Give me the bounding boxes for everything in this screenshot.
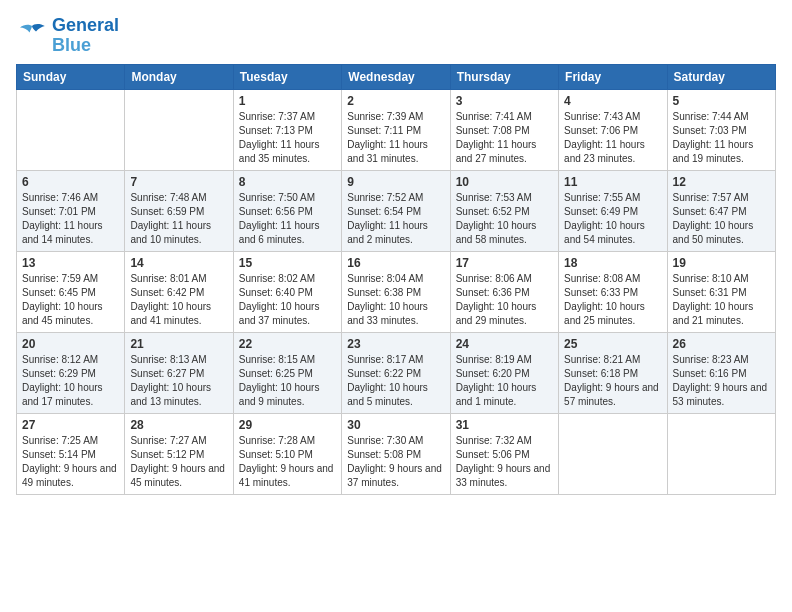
day-info: Sunrise: 8:12 AMSunset: 6:29 PMDaylight:… (22, 353, 119, 409)
day-info: Sunrise: 7:37 AMSunset: 7:13 PMDaylight:… (239, 110, 336, 166)
calendar-cell: 30Sunrise: 7:30 AMSunset: 5:08 PMDayligh… (342, 413, 450, 494)
calendar-cell: 18Sunrise: 8:08 AMSunset: 6:33 PMDayligh… (559, 251, 667, 332)
logo-text: General Blue (52, 16, 119, 56)
day-number: 11 (564, 175, 661, 189)
day-number: 30 (347, 418, 444, 432)
day-number: 13 (22, 256, 119, 270)
day-info: Sunrise: 8:10 AMSunset: 6:31 PMDaylight:… (673, 272, 770, 328)
day-info: Sunrise: 8:08 AMSunset: 6:33 PMDaylight:… (564, 272, 661, 328)
weekday-header-tuesday: Tuesday (233, 64, 341, 89)
day-info: Sunrise: 8:17 AMSunset: 6:22 PMDaylight:… (347, 353, 444, 409)
calendar-cell: 23Sunrise: 8:17 AMSunset: 6:22 PMDayligh… (342, 332, 450, 413)
calendar-cell: 13Sunrise: 7:59 AMSunset: 6:45 PMDayligh… (17, 251, 125, 332)
calendar-cell: 28Sunrise: 7:27 AMSunset: 5:12 PMDayligh… (125, 413, 233, 494)
page-header: General Blue (16, 16, 776, 56)
weekday-header-monday: Monday (125, 64, 233, 89)
day-number: 9 (347, 175, 444, 189)
calendar-cell: 25Sunrise: 8:21 AMSunset: 6:18 PMDayligh… (559, 332, 667, 413)
day-number: 31 (456, 418, 553, 432)
day-info: Sunrise: 8:04 AMSunset: 6:38 PMDaylight:… (347, 272, 444, 328)
day-info: Sunrise: 7:43 AMSunset: 7:06 PMDaylight:… (564, 110, 661, 166)
calendar-cell: 8Sunrise: 7:50 AMSunset: 6:56 PMDaylight… (233, 170, 341, 251)
weekday-header-thursday: Thursday (450, 64, 558, 89)
calendar-cell (125, 89, 233, 170)
calendar-cell: 4Sunrise: 7:43 AMSunset: 7:06 PMDaylight… (559, 89, 667, 170)
week-row-3: 13Sunrise: 7:59 AMSunset: 6:45 PMDayligh… (17, 251, 776, 332)
day-info: Sunrise: 7:27 AMSunset: 5:12 PMDaylight:… (130, 434, 227, 490)
day-info: Sunrise: 7:59 AMSunset: 6:45 PMDaylight:… (22, 272, 119, 328)
day-number: 15 (239, 256, 336, 270)
day-info: Sunrise: 7:32 AMSunset: 5:06 PMDaylight:… (456, 434, 553, 490)
calendar-cell: 20Sunrise: 8:12 AMSunset: 6:29 PMDayligh… (17, 332, 125, 413)
weekday-header-row: SundayMondayTuesdayWednesdayThursdayFrid… (17, 64, 776, 89)
day-number: 17 (456, 256, 553, 270)
weekday-header-friday: Friday (559, 64, 667, 89)
calendar-cell: 26Sunrise: 8:23 AMSunset: 6:16 PMDayligh… (667, 332, 775, 413)
day-number: 23 (347, 337, 444, 351)
week-row-5: 27Sunrise: 7:25 AMSunset: 5:14 PMDayligh… (17, 413, 776, 494)
day-info: Sunrise: 7:48 AMSunset: 6:59 PMDaylight:… (130, 191, 227, 247)
day-info: Sunrise: 8:01 AMSunset: 6:42 PMDaylight:… (130, 272, 227, 328)
weekday-header-sunday: Sunday (17, 64, 125, 89)
calendar-cell: 10Sunrise: 7:53 AMSunset: 6:52 PMDayligh… (450, 170, 558, 251)
day-number: 7 (130, 175, 227, 189)
calendar-cell: 21Sunrise: 8:13 AMSunset: 6:27 PMDayligh… (125, 332, 233, 413)
day-number: 14 (130, 256, 227, 270)
weekday-header-wednesday: Wednesday (342, 64, 450, 89)
week-row-1: 1Sunrise: 7:37 AMSunset: 7:13 PMDaylight… (17, 89, 776, 170)
day-info: Sunrise: 7:39 AMSunset: 7:11 PMDaylight:… (347, 110, 444, 166)
logo: General Blue (16, 16, 119, 56)
day-info: Sunrise: 8:02 AMSunset: 6:40 PMDaylight:… (239, 272, 336, 328)
calendar-cell: 14Sunrise: 8:01 AMSunset: 6:42 PMDayligh… (125, 251, 233, 332)
day-number: 20 (22, 337, 119, 351)
calendar-cell: 11Sunrise: 7:55 AMSunset: 6:49 PMDayligh… (559, 170, 667, 251)
calendar-cell: 16Sunrise: 8:04 AMSunset: 6:38 PMDayligh… (342, 251, 450, 332)
day-number: 12 (673, 175, 770, 189)
day-number: 8 (239, 175, 336, 189)
calendar-table: SundayMondayTuesdayWednesdayThursdayFrid… (16, 64, 776, 495)
day-info: Sunrise: 7:44 AMSunset: 7:03 PMDaylight:… (673, 110, 770, 166)
day-number: 25 (564, 337, 661, 351)
day-number: 29 (239, 418, 336, 432)
day-number: 24 (456, 337, 553, 351)
day-number: 6 (22, 175, 119, 189)
day-number: 4 (564, 94, 661, 108)
week-row-4: 20Sunrise: 8:12 AMSunset: 6:29 PMDayligh… (17, 332, 776, 413)
day-number: 26 (673, 337, 770, 351)
day-info: Sunrise: 7:57 AMSunset: 6:47 PMDaylight:… (673, 191, 770, 247)
day-number: 5 (673, 94, 770, 108)
day-number: 28 (130, 418, 227, 432)
logo-icon (16, 22, 48, 50)
calendar-cell: 29Sunrise: 7:28 AMSunset: 5:10 PMDayligh… (233, 413, 341, 494)
day-info: Sunrise: 8:15 AMSunset: 6:25 PMDaylight:… (239, 353, 336, 409)
calendar-cell: 9Sunrise: 7:52 AMSunset: 6:54 PMDaylight… (342, 170, 450, 251)
day-info: Sunrise: 8:06 AMSunset: 6:36 PMDaylight:… (456, 272, 553, 328)
day-number: 21 (130, 337, 227, 351)
day-info: Sunrise: 7:41 AMSunset: 7:08 PMDaylight:… (456, 110, 553, 166)
calendar-cell (559, 413, 667, 494)
day-info: Sunrise: 7:55 AMSunset: 6:49 PMDaylight:… (564, 191, 661, 247)
day-info: Sunrise: 7:53 AMSunset: 6:52 PMDaylight:… (456, 191, 553, 247)
calendar-cell: 6Sunrise: 7:46 AMSunset: 7:01 PMDaylight… (17, 170, 125, 251)
calendar-cell: 22Sunrise: 8:15 AMSunset: 6:25 PMDayligh… (233, 332, 341, 413)
day-number: 2 (347, 94, 444, 108)
calendar-cell: 15Sunrise: 8:02 AMSunset: 6:40 PMDayligh… (233, 251, 341, 332)
day-number: 18 (564, 256, 661, 270)
calendar-cell (17, 89, 125, 170)
day-info: Sunrise: 8:21 AMSunset: 6:18 PMDaylight:… (564, 353, 661, 409)
day-number: 1 (239, 94, 336, 108)
calendar-cell: 3Sunrise: 7:41 AMSunset: 7:08 PMDaylight… (450, 89, 558, 170)
calendar-cell: 27Sunrise: 7:25 AMSunset: 5:14 PMDayligh… (17, 413, 125, 494)
day-info: Sunrise: 7:30 AMSunset: 5:08 PMDaylight:… (347, 434, 444, 490)
week-row-2: 6Sunrise: 7:46 AMSunset: 7:01 PMDaylight… (17, 170, 776, 251)
weekday-header-saturday: Saturday (667, 64, 775, 89)
day-number: 27 (22, 418, 119, 432)
calendar-cell (667, 413, 775, 494)
day-number: 22 (239, 337, 336, 351)
day-number: 3 (456, 94, 553, 108)
calendar-cell: 2Sunrise: 7:39 AMSunset: 7:11 PMDaylight… (342, 89, 450, 170)
calendar-cell: 12Sunrise: 7:57 AMSunset: 6:47 PMDayligh… (667, 170, 775, 251)
calendar-cell: 17Sunrise: 8:06 AMSunset: 6:36 PMDayligh… (450, 251, 558, 332)
day-info: Sunrise: 7:50 AMSunset: 6:56 PMDaylight:… (239, 191, 336, 247)
calendar-cell: 5Sunrise: 7:44 AMSunset: 7:03 PMDaylight… (667, 89, 775, 170)
